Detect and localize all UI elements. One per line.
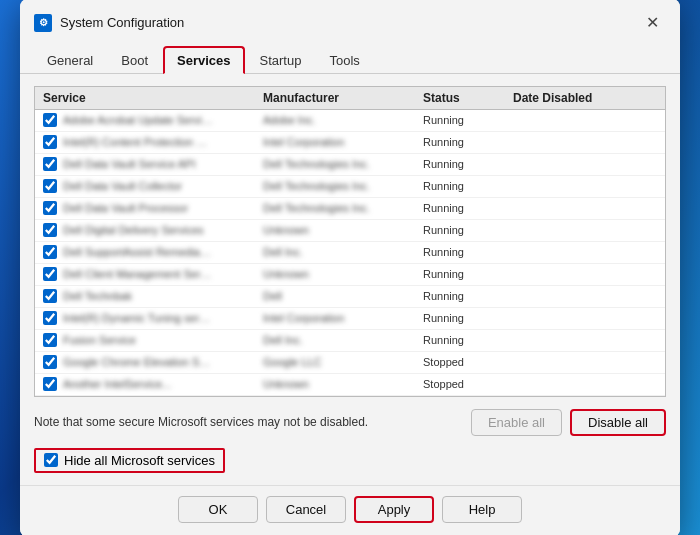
service-checkbox[interactable] xyxy=(43,245,57,259)
hide-checkbox-wrapper: Hide all Microsoft services xyxy=(34,448,225,473)
service-cell: Dell Digital Delivery Services xyxy=(43,223,263,237)
table-row: Google Chrome Elevation Servic... Google… xyxy=(35,352,665,374)
table-row: Fusion Service Dell Inc. Running xyxy=(35,330,665,352)
title-bar: ⚙ System Configuration ✕ xyxy=(20,0,680,37)
table-row: Adobe Acrobat Update Service Adobe Inc. … xyxy=(35,110,665,132)
tab-content: Service Manufacturer Status Date Disable… xyxy=(20,74,680,485)
service-checkbox[interactable] xyxy=(43,311,57,325)
service-checkbox[interactable] xyxy=(43,289,57,303)
note-row: Note that some secure Microsoft services… xyxy=(34,409,666,436)
service-checkbox[interactable] xyxy=(43,135,57,149)
service-cell: Fusion Service xyxy=(43,333,263,347)
table-row: Dell Data Vault Processor Dell Technolog… xyxy=(35,198,665,220)
ok-button[interactable]: OK xyxy=(178,496,258,523)
table-row: Another IntelService... Unknown Stopped xyxy=(35,374,665,396)
col-status: Status xyxy=(423,91,513,105)
table-body[interactable]: Adobe Acrobat Update Service Adobe Inc. … xyxy=(35,110,665,396)
service-cell: Dell Data Vault Collector xyxy=(43,179,263,193)
service-checkbox[interactable] xyxy=(43,333,57,347)
service-cell: Dell Data Vault Processor xyxy=(43,201,263,215)
service-checkbox[interactable] xyxy=(43,223,57,237)
enable-disable-buttons: Enable all Disable all xyxy=(471,409,666,436)
services-table: Service Manufacturer Status Date Disable… xyxy=(34,86,666,397)
apply-button[interactable]: Apply xyxy=(354,496,434,523)
enable-all-button[interactable]: Enable all xyxy=(471,409,562,436)
table-row: Dell SupportAssist Remediation Dell Inc.… xyxy=(35,242,665,264)
table-row: Dell Data Vault Service API Dell Technol… xyxy=(35,154,665,176)
service-cell: Adobe Acrobat Update Service xyxy=(43,113,263,127)
col-date: Date Disabled xyxy=(513,91,657,105)
service-cell: Google Chrome Elevation Servic... xyxy=(43,355,263,369)
hide-microsoft-checkbox[interactable] xyxy=(44,453,58,467)
table-header: Service Manufacturer Status Date Disable… xyxy=(35,87,665,110)
table-row: Dell Technbak Dell Running xyxy=(35,286,665,308)
service-checkbox[interactable] xyxy=(43,267,57,281)
service-checkbox[interactable] xyxy=(43,377,57,391)
tab-startup[interactable]: Startup xyxy=(247,46,315,74)
note-text: Note that some secure Microsoft services… xyxy=(34,415,368,429)
service-cell: Another IntelService... xyxy=(43,377,263,391)
service-cell: Dell Data Vault Service API xyxy=(43,157,263,171)
hide-microsoft-label: Hide all Microsoft services xyxy=(64,453,215,468)
table-row: Dell Client Management Service Unknown R… xyxy=(35,264,665,286)
tab-tools[interactable]: Tools xyxy=(316,46,372,74)
service-cell: Dell Technbak xyxy=(43,289,263,303)
table-row: Intel(R) Content Protection HSC... Intel… xyxy=(35,132,665,154)
tab-general[interactable]: General xyxy=(34,46,106,74)
disable-all-button[interactable]: Disable all xyxy=(570,409,666,436)
tab-bar: General Boot Services Startup Tools xyxy=(20,37,680,74)
table-row: Dell Data Vault Collector Dell Technolog… xyxy=(35,176,665,198)
app-icon: ⚙ xyxy=(34,14,52,32)
title-bar-left: ⚙ System Configuration xyxy=(34,14,184,32)
cancel-button[interactable]: Cancel xyxy=(266,496,346,523)
dialog-title: System Configuration xyxy=(60,15,184,30)
service-cell: Dell Client Management Service xyxy=(43,267,263,281)
tab-services[interactable]: Services xyxy=(163,46,245,74)
close-button[interactable]: ✕ xyxy=(638,9,666,37)
service-cell: Intel(R) Content Protection HSC... xyxy=(43,135,263,149)
dialog-buttons: OK Cancel Apply Help xyxy=(20,485,680,536)
service-checkbox[interactable] xyxy=(43,355,57,369)
service-checkbox[interactable] xyxy=(43,157,57,171)
col-manufacturer: Manufacturer xyxy=(263,91,423,105)
service-checkbox[interactable] xyxy=(43,201,57,215)
service-cell: Intel(R) Dynamic Tuning service xyxy=(43,311,263,325)
service-checkbox[interactable] xyxy=(43,113,57,127)
help-button[interactable]: Help xyxy=(442,496,522,523)
table-row: Intel(R) Dynamic Tuning service Intel Co… xyxy=(35,308,665,330)
system-configuration-dialog: ⚙ System Configuration ✕ General Boot Se… xyxy=(20,0,680,535)
col-service: Service xyxy=(43,91,263,105)
table-row: Dell Digital Delivery Services Unknown R… xyxy=(35,220,665,242)
service-cell: Dell SupportAssist Remediation xyxy=(43,245,263,259)
hide-microsoft-row: Hide all Microsoft services xyxy=(34,448,666,473)
tab-boot[interactable]: Boot xyxy=(108,46,161,74)
service-checkbox[interactable] xyxy=(43,179,57,193)
